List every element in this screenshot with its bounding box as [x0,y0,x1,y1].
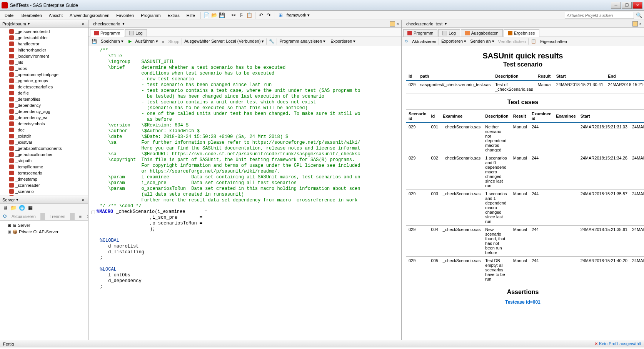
open-icon[interactable]: 📂 [211,12,218,19]
export-button[interactable]: Exportieren ▾ [329,39,357,44]
server-toolbar-icons: 🖥 📁 🌐 ▦ [0,204,88,212]
pin-icon[interactable]: ▾ [26,21,32,26]
server-disconnect-button[interactable]: Trennen [47,214,68,219]
tab-log[interactable]: Log [125,29,147,37]
server-tree[interactable]: ⊞ 🖥 Server ⊞ 📦 Private OLAP-Server [0,221,88,340]
tree-item[interactable]: _deltempfiles [0,96,88,102]
refresh-icon[interactable]: ⟳ [2,213,8,220]
close-panel-icon[interactable]: × [80,198,86,202]
paste-icon[interactable]: 📋 [246,12,253,19]
tab-log[interactable]: Log [438,29,460,37]
results-viewer[interactable]: SASUnit quick results Test scenario Idpa… [402,46,644,340]
minimize-button[interactable]: ─ [611,2,621,9]
code-editor[interactable]: /** \file \ingroup SASUNIT_UTIL \brief d… [88,46,401,340]
server-node[interactable]: ⊞ 📦 Private OLAP-Server [2,229,87,235]
search-icon[interactable]: 🔍 [636,12,642,19]
menu-hilfe[interactable]: Hilfe [184,12,198,18]
project-search-input[interactable] [565,12,634,19]
tree-item[interactable]: _timestamp [0,176,88,182]
globe-icon[interactable]: 🌐 [18,204,25,211]
tree-item[interactable]: _loadenvironment [0,53,88,59]
menu-bearbeiten[interactable]: Bearbeiten [18,12,45,18]
tree-item[interactable]: _termscenario [0,170,88,176]
tab-programm[interactable]: Programm [90,29,124,37]
tree-item[interactable]: _nobs [0,65,88,71]
export-button[interactable]: Exportieren ▾ [440,39,468,44]
tree-item[interactable]: _delfile [0,90,88,96]
center-doc-name[interactable]: _checkscenario [91,22,120,26]
tab-programm[interactable]: Programm [403,29,437,37]
tree-item[interactable]: _deletescenariofiles [0,84,88,90]
tab-ergebnisse[interactable]: Ergebnisse [504,29,539,37]
tree-item[interactable]: _initerrorhandler [0,47,88,53]
tree-item[interactable]: _doc [0,127,88,133]
menu-ansicht[interactable]: Ansicht [46,12,66,18]
status-profile[interactable]: Kein Profil ausgewählt [594,341,641,346]
close-doc-icon[interactable]: × [397,22,399,26]
analyze-button[interactable]: Programm analysieren ▾ [278,39,327,44]
tree-item[interactable]: _scanheader [0,182,88,188]
tree-item[interactable]: _dependency [0,102,88,108]
redo-icon[interactable]: ↷ [265,12,272,19]
menu-favoriten[interactable]: Favoriten [113,12,137,18]
menu-anwendungsroutinen[interactable]: Anwendungsroutinen [67,12,112,18]
cut-icon[interactable]: ✂ [230,12,237,19]
pin-icon[interactable]: ▾ [15,197,20,202]
tree-item[interactable]: _dependency_agg [0,108,88,115]
chevron-down-icon[interactable]: ▼ [444,22,447,26]
send-button[interactable]: Senden an ▾ [469,39,496,44]
save-icon[interactable]: 💾 [219,12,225,19]
tree-item[interactable]: _handleerror [0,41,88,47]
tool-icon[interactable]: 🔧 [267,39,276,44]
projektbaum-header: Projektbaum ▾ × [0,20,88,28]
close-button[interactable]: ✕ [632,2,642,9]
tree-item[interactable]: _pgmdoc_groups [0,78,88,84]
undo-icon[interactable]: ↶ [258,12,265,19]
right-tabstrip: Programm Log Ausgabedaten Ergebnisse [402,28,644,37]
props-button[interactable]: Eigenschaften [539,39,569,44]
tree-item[interactable]: _stdpath [0,158,88,164]
testcase-link[interactable]: Testcase id=001 [406,299,639,305]
project-tree[interactable]: _getscenariotestid_gettestsubfolder_hand… [0,28,88,196]
titlebar: SelfTests - SAS Enterprise Guide ─ ❐ ✕ [0,0,644,11]
window-title: SelfTests - SAS Enterprise Guide [10,3,611,8]
maximize-doc-icon[interactable] [390,21,395,27]
run-button[interactable]: Ausführen ▾ [134,39,160,44]
server-node[interactable]: ⊞ 🖥 Server [2,222,87,229]
menu-extras[interactable]: Extras [165,12,183,18]
new-icon[interactable]: 📄 [203,12,210,19]
tree-item[interactable]: _tempfilename [0,164,88,170]
right-doc-name[interactable]: _checkszenario_test [404,22,442,26]
folder-icon[interactable]: 📁 [10,204,17,211]
refresh-button[interactable]: Aktualisieren [410,39,438,44]
tree-item[interactable]: _getscenariotestid [0,28,88,35]
cube-icon[interactable]: ▦ [27,204,34,211]
server-refresh-button[interactable]: Aktualisieren [9,214,38,219]
tree-item[interactable]: _opendummyhtmlpage [0,71,88,78]
tree-item[interactable]: _gettestsubfolder [0,35,88,41]
framework-dropdown[interactable]: framework ▾ [285,13,311,18]
tree-item[interactable]: _getautocallnumber [0,151,88,158]
maximize-doc-icon[interactable] [632,21,638,27]
menu-programm[interactable]: Programm [138,12,164,18]
tree-item[interactable]: _getabspathcomponents [0,145,88,151]
save-button[interactable]: Speichern ▾ [99,39,125,44]
center-toolbar: 💾Speichern ▾ ▶Ausführen ▾ ■Stopp Ausgewä… [88,37,401,46]
copy-icon[interactable]: ⎘ [238,12,245,19]
tree-item[interactable]: _dependency_wr [0,115,88,121]
close-doc-icon[interactable]: × [639,22,642,26]
tab-ausgabedaten[interactable]: Ausgabedaten [461,29,503,37]
flow-icon[interactable]: ⊞ [277,12,284,19]
close-panel-icon[interactable]: × [80,22,86,26]
chevron-down-icon[interactable]: ▼ [122,22,125,26]
maximize-button[interactable]: ❐ [622,2,632,9]
server-icon[interactable]: 🖥 [2,204,8,211]
tree-item[interactable]: _existvar [0,139,88,145]
tree-item[interactable]: _nls [0,59,88,65]
results-subtitle: Test scenario [406,61,639,68]
tree-item[interactable]: _existdir [0,133,88,139]
tree-item[interactable]: _detectsymbols [0,121,88,127]
menu-datei[interactable]: Datei [2,12,18,18]
server-selector[interactable]: Ausgewählter Server: Local (Verbunden) ▾ [183,39,265,44]
tree-item[interactable]: _scenario [0,188,88,194]
